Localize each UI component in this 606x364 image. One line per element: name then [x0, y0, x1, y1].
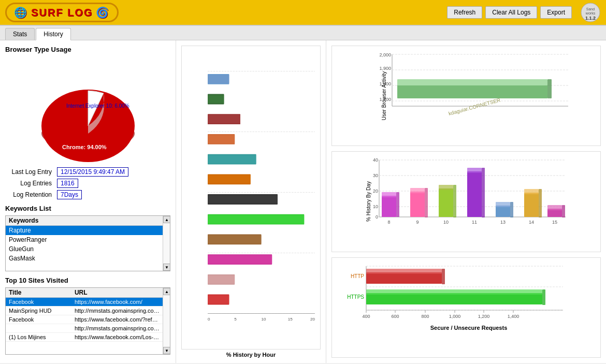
svg-rect-48 [208, 295, 229, 303]
browser-usage-title: Browser Type Usage [5, 46, 170, 53]
svg-text:8: 8 [387, 220, 390, 225]
svg-rect-118 [366, 293, 542, 304]
svg-text:1.1.2: 1.1.2 [585, 16, 596, 21]
svg-rect-86 [425, 188, 428, 217]
svg-text:13: 13 [500, 220, 506, 225]
keyword-item-rapture[interactable]: Rapture [6, 226, 163, 235]
keywords-section: Keywords List Keywords Rapture PowerRang… [5, 205, 170, 271]
site-row-2[interactable]: MainSpring HUD http://mmstats.gomainspri… [6, 307, 163, 315]
sites-table[interactable]: Title URL Facebook https://www.facebook.… [6, 288, 163, 354]
site-title-4 [6, 324, 71, 332]
svg-text:15: 15 [288, 317, 293, 322]
svg-rect-82 [396, 192, 399, 217]
log-info-entries: Log Entries 1816 [5, 179, 170, 188]
logo-icon-left: 🌐 [14, 6, 28, 19]
sites-header: Title URL [6, 288, 163, 298]
last-log-label: Last Log Entry [5, 168, 52, 176]
keyword-item-powerranger[interactable]: PowerRanger [6, 235, 163, 244]
sites-scrollbar-down[interactable]: ▼ [163, 347, 170, 354]
keywords-scrollbar[interactable]: ▲ ▼ [163, 216, 170, 271]
svg-text:Chrome: 94.00%: Chrome: 94.00% [62, 144, 107, 150]
sites-col-title: Title [6, 288, 71, 297]
svg-text:1,400: 1,400 [508, 314, 520, 319]
secure-svg: HTTP HTTPS 400 600 [340, 261, 563, 328]
log-info-retention: Log Retention 7Days [5, 190, 170, 199]
svg-text:1,000: 1,000 [449, 314, 461, 319]
svg-text:10: 10 [373, 204, 378, 209]
svg-text:20: 20 [310, 317, 315, 322]
sites-scrollbar[interactable]: ▲ ▼ [163, 288, 170, 354]
svg-rect-117 [442, 269, 445, 284]
user-browser-chart-area: 2,000 1,900 1,800 1,700 [371, 49, 597, 128]
site-title-5: (1) Los Mijines [6, 333, 71, 341]
site-title-3: Facebook [6, 315, 71, 324]
svg-rect-15 [208, 75, 229, 83]
svg-rect-18 [208, 95, 224, 103]
svg-rect-90 [453, 185, 456, 217]
top-sites-title: Top 10 Sites Visited [5, 276, 170, 284]
keywords-title: Keywords List [5, 205, 170, 212]
tab-stats[interactable]: Stats [5, 28, 35, 40]
svg-rect-97 [496, 202, 510, 207]
pie-chart: Internet Explorer 10: 6.00% Chrome: 94.0… [31, 59, 145, 162]
site-url-4: http://mmstats.gomainspring.com/HUD/th [71, 324, 163, 332]
svg-text:20: 20 [373, 188, 378, 194]
svg-rect-24 [208, 135, 235, 143]
svg-text:kdaguiar.CORNETSER: kdaguiar.CORNETSER [448, 97, 501, 117]
last-log-value: 12/15/2015 9:49:47 AM [57, 167, 128, 177]
svg-rect-81 [382, 192, 396, 197]
svg-rect-106 [562, 205, 565, 217]
keyword-item-gasmask[interactable]: GasMask [6, 254, 163, 263]
hourly-chart-container: 12AM 2AM 4AM 6AM 8AM [181, 46, 321, 358]
history-day-title: % History By Day [366, 176, 371, 227]
svg-rect-88 [439, 188, 453, 217]
svg-text:HTTP: HTTP [351, 273, 364, 279]
svg-rect-94 [482, 168, 485, 217]
svg-text:11: 11 [472, 220, 477, 225]
svg-rect-33 [208, 195, 278, 203]
svg-text:400: 400 [362, 314, 370, 319]
site-row-1[interactable]: Facebook https://www.facebook.com/ [6, 298, 163, 307]
log-entries-value: 1816 [57, 179, 78, 188]
log-entries-label: Log Entries [5, 180, 52, 187]
scrollbar-down[interactable]: ▼ [163, 264, 170, 271]
svg-text:Internet Explorer 10: 6.00%: Internet Explorer 10: 6.00% [66, 103, 129, 109]
refresh-button[interactable]: Refresh [447, 6, 482, 19]
export-button[interactable]: Export [540, 6, 572, 19]
site-row-5[interactable]: (1) Los Mijines https://www.facebook.com… [6, 333, 163, 342]
sites-col-url: URL [71, 288, 163, 297]
svg-text:5: 5 [234, 317, 237, 322]
svg-text:14: 14 [529, 220, 534, 225]
svg-rect-45 [208, 275, 235, 284]
site-row-4[interactable]: http://mmstats.gomainspring.com/HUD/th [6, 324, 163, 333]
svg-rect-115 [366, 272, 442, 284]
site-title-1: Facebook [6, 298, 71, 306]
site-url-5: https://www.facebook.com/Los-Mijines-80 [71, 333, 163, 341]
user-browser-title: User Browser Activity [381, 65, 387, 127]
site-url-2: http://mmstats.gomainspring.com/HUD/ [71, 307, 163, 315]
svg-rect-120 [542, 289, 545, 305]
svg-text:40: 40 [373, 157, 378, 163]
svg-rect-27 [208, 155, 256, 164]
keyword-item-gluegun[interactable]: GlueGun [6, 244, 163, 254]
app-logo: Sand works 1.1.2 [580, 2, 601, 23]
user-browser-chart: User Browser Activity 2,000 1,900 1,800 … [331, 46, 601, 146]
scrollbar-up[interactable]: ▲ [163, 216, 170, 223]
svg-text:9: 9 [416, 220, 419, 225]
keywords-list[interactable]: Keywords Rapture PowerRanger GlueGun Gas… [6, 216, 163, 271]
history-by-day-chart: % History By Day 40 30 20 10 0 [331, 151, 601, 252]
site-row-3[interactable]: Facebook https://www.facebook.com/?ref=l… [6, 315, 163, 324]
log-info-section: Last Log Entry 12/15/2015 9:49:47 AM Log… [5, 167, 170, 199]
tab-history[interactable]: History [36, 28, 70, 40]
svg-rect-96 [496, 206, 510, 217]
svg-text:15: 15 [552, 220, 557, 225]
header: 🌐 SURF LOG 🌀 Refresh Clear All Logs Expo… [0, 0, 606, 26]
sites-scrollbar-up[interactable]: ▲ [163, 288, 170, 295]
svg-text:0: 0 [208, 317, 210, 322]
log-retention-value: 7Days [57, 190, 82, 199]
svg-rect-89 [439, 185, 453, 190]
clear-all-logs-button[interactable]: Clear All Logs [485, 6, 537, 19]
svg-rect-102 [539, 189, 542, 217]
site-url-1: https://www.facebook.com/ [71, 298, 163, 306]
svg-rect-119 [366, 289, 542, 295]
